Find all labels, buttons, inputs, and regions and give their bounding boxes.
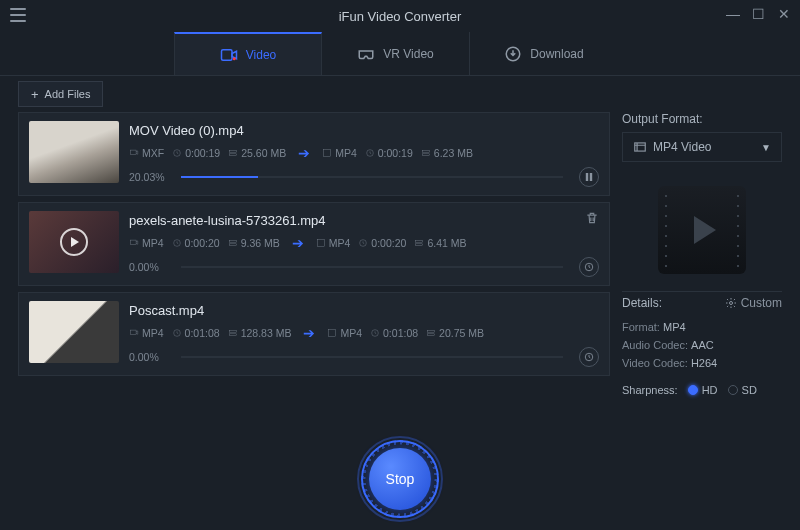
waiting-indicator[interactable] <box>579 257 599 277</box>
app-title: iFun Video Converter <box>339 9 462 24</box>
svg-rect-24 <box>229 330 236 332</box>
dst-duration: 0:00:19 <box>365 147 413 159</box>
progress-bar <box>181 266 563 268</box>
svg-point-1 <box>233 57 236 60</box>
dst-format: MP4 <box>327 327 362 339</box>
file-row[interactable]: MOV Video (0).mp4 MXF 0:00:19 25.60 MB ➔… <box>18 112 610 196</box>
maximize-button[interactable]: ☐ <box>752 8 764 20</box>
svg-rect-25 <box>229 333 236 335</box>
gear-icon <box>725 297 737 309</box>
file-name: MOV Video (0).mp4 <box>129 123 599 138</box>
src-format: MP4 <box>129 237 164 249</box>
detail-format: Format: MP4 <box>622 318 782 336</box>
waiting-indicator[interactable] <box>579 347 599 367</box>
dst-duration: 0:00:20 <box>358 237 406 249</box>
output-format-label: Output Format: <box>622 112 782 126</box>
menu-icon[interactable] <box>10 8 26 22</box>
pause-icon <box>585 173 593 181</box>
svg-rect-22 <box>130 330 136 334</box>
custom-button[interactable]: Custom <box>725 296 782 310</box>
src-format: MXF <box>129 147 164 159</box>
video-icon <box>220 46 238 64</box>
close-button[interactable]: ✕ <box>778 8 790 20</box>
stop-button[interactable]: Stop <box>357 436 443 522</box>
plus-icon: + <box>31 87 39 102</box>
details-label: Details: <box>622 296 662 310</box>
preview-panel <box>622 172 782 287</box>
progress-percent: 0.00% <box>129 351 171 363</box>
tab-label: Video <box>246 48 276 62</box>
svg-rect-6 <box>230 153 237 155</box>
delete-button[interactable] <box>585 211 599 225</box>
src-size: 25.60 MB <box>228 147 286 159</box>
svg-rect-26 <box>329 329 336 336</box>
file-row[interactable]: Poscast.mp4 MP4 0:01:08 128.83 MB ➔ MP4 … <box>18 292 610 376</box>
progress-bar <box>181 176 563 178</box>
clock-icon <box>584 262 594 272</box>
download-icon <box>504 45 522 63</box>
dst-duration: 0:01:08 <box>370 327 418 339</box>
svg-rect-10 <box>422 153 429 155</box>
output-format-dropdown[interactable]: MP4 Video ▼ <box>622 132 782 162</box>
src-size: 9.36 MB <box>228 237 280 249</box>
progress-percent: 20.03% <box>129 171 171 183</box>
minimize-button[interactable]: — <box>726 8 738 20</box>
svg-rect-15 <box>229 240 236 242</box>
file-name: Poscast.mp4 <box>129 303 599 318</box>
progress-percent: 0.00% <box>129 261 171 273</box>
svg-rect-11 <box>586 173 588 181</box>
arrow-icon: ➔ <box>303 325 315 341</box>
svg-rect-17 <box>317 239 324 246</box>
tab-video[interactable]: Video <box>174 32 322 75</box>
svg-rect-12 <box>590 173 592 181</box>
tab-vr-video[interactable]: VR Video <box>322 32 470 75</box>
chevron-down-icon: ▼ <box>761 142 771 153</box>
file-list: MOV Video (0).mp4 MXF 0:00:19 25.60 MB ➔… <box>18 112 610 396</box>
svg-rect-7 <box>324 149 331 156</box>
detail-video-codec: Video Codec: H264 <box>622 354 782 372</box>
format-icon <box>633 140 647 154</box>
pause-button[interactable] <box>579 167 599 187</box>
tab-download[interactable]: Download <box>470 32 618 75</box>
thumbnail[interactable] <box>29 211 119 273</box>
trash-icon <box>585 211 599 225</box>
svg-rect-28 <box>428 330 435 332</box>
svg-rect-3 <box>130 150 136 154</box>
dst-size: 6.23 MB <box>421 147 473 159</box>
src-duration: 0:01:08 <box>172 327 220 339</box>
file-name: pexels-anete-lusina-5733261.mp4 <box>129 213 599 228</box>
dst-format: MP4 <box>316 237 351 249</box>
svg-point-32 <box>729 302 732 305</box>
sharpness-sd-radio[interactable]: SD <box>728 384 757 396</box>
progress-bar <box>181 356 563 358</box>
svg-rect-13 <box>130 240 136 244</box>
thumbnail[interactable] <box>29 301 119 363</box>
add-files-label: Add Files <box>45 88 91 100</box>
sharpness-hd-radio[interactable]: HD <box>688 384 718 396</box>
file-row[interactable]: pexels-anete-lusina-5733261.mp4 MP4 0:00… <box>18 202 610 286</box>
dst-size: 6.41 MB <box>414 237 466 249</box>
svg-rect-9 <box>422 150 429 152</box>
arrow-icon: ➔ <box>292 235 304 251</box>
svg-rect-31 <box>635 143 646 151</box>
src-duration: 0:00:20 <box>172 237 220 249</box>
film-placeholder-icon <box>658 186 746 274</box>
svg-rect-0 <box>221 49 232 60</box>
add-files-button[interactable]: + Add Files <box>18 81 103 107</box>
svg-rect-29 <box>428 333 435 335</box>
arrow-icon: ➔ <box>298 145 310 161</box>
svg-rect-19 <box>416 240 423 242</box>
clock-icon <box>584 352 594 362</box>
svg-rect-16 <box>229 243 236 245</box>
tab-label: Download <box>530 47 583 61</box>
dst-size: 20.75 MB <box>426 327 484 339</box>
src-format: MP4 <box>129 327 164 339</box>
detail-audio-codec: Audio Codec: AAC <box>622 336 782 354</box>
output-format-value: MP4 Video <box>653 140 711 154</box>
vr-icon <box>357 45 375 63</box>
tab-label: VR Video <box>383 47 433 61</box>
src-size: 128.83 MB <box>228 327 292 339</box>
dst-format: MP4 <box>322 147 357 159</box>
svg-rect-20 <box>416 243 423 245</box>
thumbnail[interactable] <box>29 121 119 183</box>
